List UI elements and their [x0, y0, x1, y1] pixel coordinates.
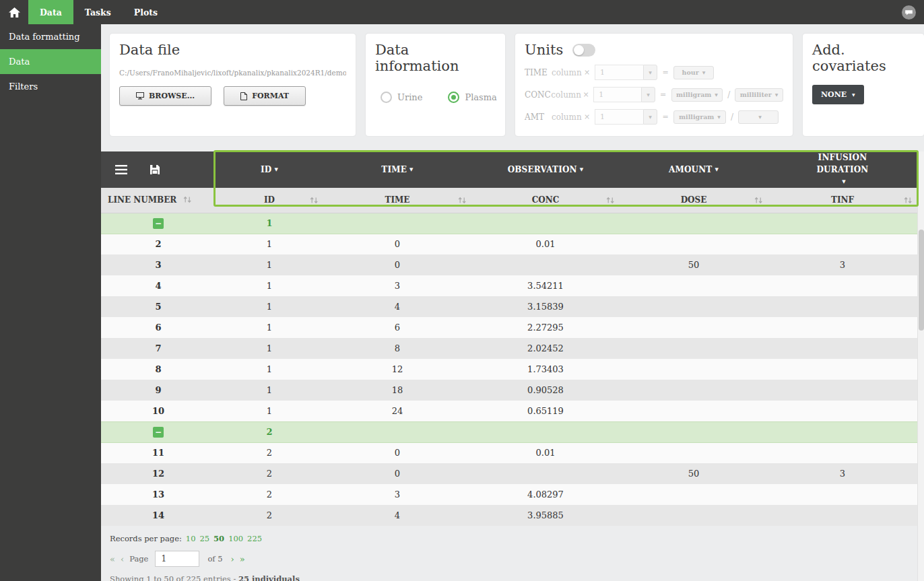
cell-tinf: [768, 380, 917, 401]
column-header-time[interactable]: TIME: [323, 188, 471, 213]
tab-tasks[interactable]: Tasks: [73, 0, 123, 24]
cell-id: 2: [216, 484, 323, 505]
data-file-path: C:/Users/FranoMihaljevic/lixoft/pkanalix…: [119, 69, 346, 77]
records-option-100[interactable]: 100: [228, 534, 243, 543]
cell-dose: [620, 442, 768, 463]
sort-icon[interactable]: [904, 197, 913, 204]
records-option-50[interactable]: 50: [213, 534, 224, 543]
format-button[interactable]: FORMAT: [224, 86, 306, 106]
cell-tinf: [768, 442, 917, 463]
table-menu-button[interactable]: [115, 165, 127, 174]
cell-collapse: −: [101, 213, 216, 234]
records-option-225[interactable]: 225: [247, 534, 262, 543]
cell-line: 4: [101, 275, 216, 296]
covariates-panel: Add. covariates NONE▼: [803, 34, 924, 136]
cell-id: 1: [216, 254, 323, 275]
prev-page-button[interactable]: ‹: [121, 554, 124, 564]
type-dropdown-time[interactable]: TIME▼: [323, 151, 471, 188]
feedback-button[interactable]: [902, 5, 916, 20]
save-table-button[interactable]: [150, 165, 160, 174]
vertical-scrollbar[interactable]: [917, 151, 924, 581]
cell-id: 2: [216, 463, 323, 484]
document-icon: [240, 92, 247, 100]
type-dropdown-amount[interactable]: AMOUNT▼: [620, 151, 768, 188]
cell-dose: [620, 296, 768, 317]
home-button[interactable]: [0, 0, 28, 24]
units-toggle[interactable]: [572, 44, 595, 57]
column-header-line-number[interactable]: LINE NUMBER: [101, 188, 216, 213]
data-file-title: Data file: [119, 42, 346, 58]
cell-time: 0: [323, 234, 471, 254]
urine-radio[interactable]: Urine: [381, 92, 422, 103]
page-total-label: of 5: [207, 554, 222, 563]
column-header-dose[interactable]: DOSE: [620, 188, 768, 213]
data-file-panel: Data file C:/Users/FranoMihaljevic/lixof…: [110, 34, 356, 136]
tab-plots[interactable]: Plots: [123, 0, 169, 24]
collapse-group-button[interactable]: −: [153, 427, 164, 438]
cell-line: 9: [101, 380, 216, 401]
first-page-button[interactable]: «: [110, 554, 115, 564]
cell-tinf: [768, 505, 917, 526]
table-body: −12100.013105034133.542115143.158396162.…: [101, 213, 917, 526]
amt-unit-label: AMT: [525, 112, 552, 122]
sort-icon[interactable]: [606, 197, 615, 204]
cell-dose: [620, 484, 768, 505]
cell-line: 7: [101, 338, 216, 359]
records-option-25[interactable]: 25: [199, 534, 209, 543]
sidebar-item-data-formatting[interactable]: Data formatting: [0, 24, 101, 49]
table-row: 2100.01: [101, 234, 917, 254]
tab-data[interactable]: Data: [28, 0, 73, 24]
table-row: 101240.65119: [101, 401, 917, 421]
sort-icon[interactable]: [754, 197, 763, 204]
chat-icon: [902, 5, 916, 20]
cell-tinf: [768, 338, 917, 359]
chevron-down-icon: ▼: [717, 114, 721, 119]
cell-id: 1: [216, 359, 323, 380]
sort-icon[interactable]: [458, 197, 467, 204]
sort-icon[interactable]: [310, 197, 319, 204]
time-multiplier-input: 1: [595, 65, 643, 80]
sort-icon[interactable]: [183, 196, 192, 203]
type-dropdown-id[interactable]: ID▼: [216, 151, 323, 188]
column-header-id[interactable]: ID: [216, 188, 323, 213]
next-page-button[interactable]: ›: [231, 554, 234, 564]
covariates-none-dropdown[interactable]: NONE▼: [812, 85, 864, 104]
type-dropdown-label: TIME: [381, 165, 407, 174]
type-dropdown-infusion-duration[interactable]: INFUSION DURATION ▼: [768, 151, 917, 188]
sidebar-item-data[interactable]: Data: [0, 49, 101, 74]
equals-sign: =: [657, 68, 673, 77]
page-label: Page: [129, 554, 148, 563]
type-dropdown-label: ID: [261, 165, 271, 174]
column-header-conc[interactable]: CONC: [471, 188, 620, 213]
table-row: 11200.01: [101, 442, 917, 463]
cell-id: 1: [216, 380, 323, 401]
cell-dose: [620, 275, 768, 296]
collapse-group-button[interactable]: −: [153, 218, 164, 229]
cell-dose: 50: [620, 463, 768, 484]
type-dropdown-observation[interactable]: OBSERVATION▼: [471, 151, 620, 188]
scrollbar-thumb[interactable]: [919, 230, 924, 331]
sidebar-item-filters[interactable]: Filters: [0, 74, 101, 99]
column-header-tinf[interactable]: TINF: [768, 188, 917, 213]
cell-time: 12: [323, 359, 471, 380]
last-page-button[interactable]: »: [240, 554, 245, 564]
cell-collapse: −: [101, 421, 216, 442]
cell-time: 3: [323, 484, 471, 505]
browse-button[interactable]: BROWSE...: [119, 86, 211, 106]
cell-dose: 50: [620, 254, 768, 275]
multiplier-value: 1: [599, 90, 603, 99]
cell-conc: [471, 463, 620, 484]
records-option-10[interactable]: 10: [186, 534, 196, 543]
cell-id: 2: [216, 442, 323, 463]
chevron-down-icon: ▼: [758, 114, 762, 119]
amt-denominator-select: ▼: [738, 110, 779, 124]
multiply-sign: ×: [584, 68, 595, 77]
group-row: −2: [101, 421, 917, 442]
cell-id: 1: [216, 338, 323, 359]
cell-dose: [620, 359, 768, 380]
chevron-down-icon: ▼: [580, 166, 584, 172]
page-number-input[interactable]: [155, 551, 199, 567]
cell-dose: [620, 338, 768, 359]
plasma-radio[interactable]: Plasma: [448, 92, 496, 103]
cell-time: 4: [323, 296, 471, 317]
